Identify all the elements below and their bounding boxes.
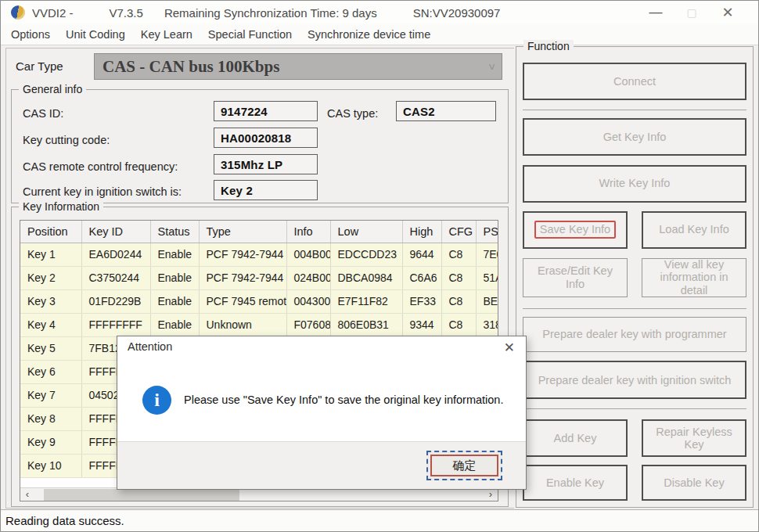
connect-button[interactable]: Connect xyxy=(523,63,746,100)
status-text: Reading data success. xyxy=(5,514,124,527)
table-cell: Enable xyxy=(150,313,199,336)
col-low[interactable]: Low xyxy=(330,221,402,243)
dialog-title: Attention xyxy=(128,340,172,353)
table-row[interactable]: Key 4FFFFFFFFEnableUnknownF07608806E0B31… xyxy=(20,313,498,336)
table-cell: BE4 xyxy=(476,289,498,313)
scroll-left-icon[interactable]: ‹ xyxy=(20,488,34,501)
remote-frequency-field[interactable]: 315Mhz LP xyxy=(214,154,318,174)
maximize-icon[interactable]: ▢ xyxy=(674,6,710,19)
table-cell: Key 10 xyxy=(20,454,81,477)
save-key-info-highlight: Save Key Info xyxy=(534,221,616,239)
table-cell: Key 5 xyxy=(20,336,81,360)
col-type[interactable]: Type xyxy=(199,221,286,243)
table-cell: Key 3 xyxy=(20,289,81,313)
attention-dialog: Attention ✕ i Please use "Save Key Info"… xyxy=(117,336,527,490)
table-cell: 01FD229B xyxy=(81,289,150,313)
prepare-dealer-key-ignition-button[interactable]: Prepare dealer key with ignition switch xyxy=(523,361,746,399)
repair-keyless-key-button[interactable]: Repair Keyless Key xyxy=(642,419,746,457)
table-header-row: Position Key ID Status Type Info Low Hig… xyxy=(20,221,498,243)
table-cell: PCF 7945 remote xyxy=(199,289,286,313)
menu-unit-coding[interactable]: Unit Coding xyxy=(58,28,133,41)
col-key-id[interactable]: Key ID xyxy=(81,221,150,243)
table-cell: C6A6 xyxy=(402,266,441,289)
table-cell: Key 4 xyxy=(20,313,81,336)
col-psw[interactable]: PSW xyxy=(476,221,498,243)
app-name: VVDI2 - xyxy=(32,6,74,20)
table-cell: Key 8 xyxy=(20,407,81,430)
remote-frequency-label: CAS remote control frequency: xyxy=(23,160,178,173)
write-key-info-button[interactable]: Write Key Info xyxy=(523,165,746,203)
app-version: V7.3.5 xyxy=(110,6,143,20)
table-cell: PCF 7942-7944 re xyxy=(199,266,286,289)
vvdi2-window: VVDI2 - V7.3.5 Remaining Synchronization… xyxy=(0,0,759,532)
table-cell: C8 xyxy=(441,313,476,336)
view-all-key-info-button[interactable]: View all key information in detail xyxy=(642,258,746,297)
table-cell: Enable xyxy=(150,243,199,266)
table-cell: 318 xyxy=(476,313,498,336)
table-cell: DBCA0984 xyxy=(330,266,402,289)
dialog-close-icon[interactable]: ✕ xyxy=(504,340,515,356)
minimize-icon[interactable]: — xyxy=(638,5,674,20)
table-cell: EA6D0244 xyxy=(81,243,150,266)
table-cell: 7E0 xyxy=(476,243,498,266)
table-cell: Key 1 xyxy=(20,243,81,266)
cas-id-label: CAS ID: xyxy=(23,107,63,120)
window-controls: — ▢ ✕ xyxy=(638,4,746,21)
car-type-dropdown[interactable]: CAS - CAN bus 100Kbps ˅ xyxy=(94,53,502,80)
enable-key-button[interactable]: Enable Key xyxy=(523,465,628,501)
table-row[interactable]: Key 301FD229BEnablePCF 7945 remote004300… xyxy=(20,289,498,313)
table-cell: C8 xyxy=(441,289,476,313)
table-cell: FFFFFFFF xyxy=(81,313,150,336)
status-bar: Reading data success. xyxy=(1,509,758,531)
table-row[interactable]: Key 2C3750244EnablePCF 7942-7944 re024B0… xyxy=(20,266,498,289)
dialog-footer: 确定 xyxy=(117,441,526,489)
add-key-button[interactable]: Add Key xyxy=(523,419,628,457)
table-row[interactable]: Key 1EA6D0244EnablePCF 7942-7944 re004B0… xyxy=(20,243,498,266)
table-cell: F07608 xyxy=(286,313,330,336)
get-key-info-button[interactable]: Get Key Info xyxy=(523,118,746,156)
cas-id-field[interactable]: 9147224 xyxy=(214,101,318,121)
save-key-info-button[interactable]: Save Key Info xyxy=(523,211,628,249)
table-cell: E7F11F82 xyxy=(330,289,402,313)
scrollbar-track[interactable] xyxy=(34,488,484,501)
table-cell: Enable xyxy=(150,266,199,289)
car-type-value: CAS - CAN bus 100Kbps xyxy=(103,57,279,77)
table-cell: 51A xyxy=(476,266,498,289)
close-icon[interactable]: ✕ xyxy=(710,4,746,21)
divider xyxy=(523,408,746,409)
col-status[interactable]: Status xyxy=(150,221,199,243)
cas-type-label: CAS type: xyxy=(327,107,378,120)
scrollbar-thumb[interactable] xyxy=(44,489,239,501)
erase-edit-key-info-button[interactable]: Erase/Edit Key Info xyxy=(523,258,628,297)
col-cfg[interactable]: CFG xyxy=(441,221,476,243)
col-info[interactable]: Info xyxy=(286,221,330,243)
table-cell: Key 6 xyxy=(20,360,81,383)
table-cell: C3750244 xyxy=(81,266,150,289)
prepare-dealer-key-programmer-button[interactable]: Prepare dealer key with programmer xyxy=(523,317,746,353)
table-cell: 9344 xyxy=(402,313,441,336)
ok-button[interactable]: 确定 xyxy=(426,451,502,480)
menu-options[interactable]: Options xyxy=(1,28,58,41)
general-info-group: General info CAS ID: 9147224 CAS type: C… xyxy=(11,89,509,203)
cas-type-field[interactable]: CAS2 xyxy=(396,101,496,121)
col-high[interactable]: High xyxy=(402,221,441,243)
table-cell: 806E0B31 xyxy=(330,313,402,336)
key-cutting-code-field[interactable]: HA00020818 xyxy=(214,128,318,148)
table-cell: PCF 7942-7944 re xyxy=(199,243,286,266)
vvdi2-logo-icon xyxy=(11,5,25,20)
table-cell: 004300 xyxy=(286,289,330,313)
col-position[interactable]: Position xyxy=(20,221,81,243)
chevron-down-icon: ˅ xyxy=(488,60,495,74)
menu-key-learn[interactable]: Key Learn xyxy=(133,28,200,41)
scroll-right-icon[interactable]: › xyxy=(484,488,498,501)
current-key-field[interactable]: Key 2 xyxy=(214,180,318,200)
table-cell: C8 xyxy=(441,266,476,289)
menu-synchronize-device-time[interactable]: Synchronize device time xyxy=(300,28,438,41)
disable-key-button[interactable]: Disable Key xyxy=(642,465,746,501)
current-key-label: Current key in ignition switch is: xyxy=(23,185,182,198)
menu-special-function[interactable]: Special Function xyxy=(200,28,300,41)
title-bar: VVDI2 - V7.3.5 Remaining Synchronization… xyxy=(1,1,758,24)
key-information-legend: Key Information xyxy=(19,200,103,213)
load-key-info-button[interactable]: Load Key Info xyxy=(642,211,746,249)
general-info-legend: General info xyxy=(19,83,86,95)
